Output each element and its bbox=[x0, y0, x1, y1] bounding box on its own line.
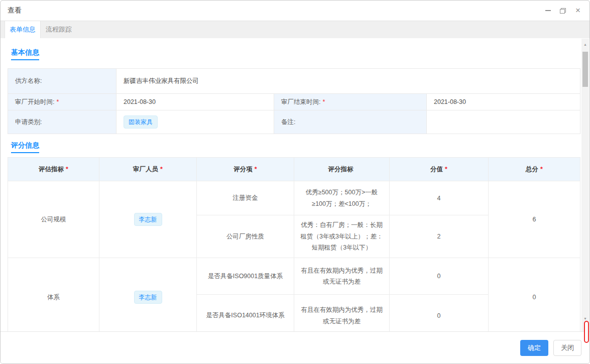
scoring-table: 评估指标* 审厂人员* 评分项* 评分指标 分值* 总分* 公司规模 李志新 注… bbox=[8, 157, 580, 331]
audit-end-value: 2021-08-30 bbox=[427, 94, 580, 110]
dialog-title: 查看 bbox=[8, 6, 22, 15]
table-row: 体系 李志新 是否具备ISO9001质量体系 有且在有效期内为优秀，过期或无证书… bbox=[8, 258, 580, 295]
basic-info-form: 供方名称: 新疆吉丰伟业家具有限公司 审厂开始时间:* 2021-08-30 审… bbox=[8, 68, 580, 134]
supplier-value: 新疆吉丰伟业家具有限公司 bbox=[116, 69, 580, 94]
basic-info-section-title: 基本信息 bbox=[11, 48, 39, 60]
header-score: 分值* bbox=[390, 158, 489, 181]
cell-score: 0 bbox=[390, 295, 489, 332]
form-row-audit-dates: 审厂开始时间:* 2021-08-30 审厂结束时间:* 2021-08-30 bbox=[8, 94, 580, 110]
category-value-cell: 固装家具 bbox=[116, 110, 274, 134]
dialog-titlebar: 查看 × bbox=[1, 1, 589, 21]
remark-label: 备注: bbox=[274, 110, 427, 134]
cell-score-item: 是否具备ISO14001环境体系 bbox=[197, 295, 294, 332]
header-criteria: 评分指标 bbox=[294, 158, 390, 181]
view-dialog: 查看 × 表单信息 流程跟踪 基本信息 供方名称: 新疆吉丰伟业家具有限公司 bbox=[0, 0, 590, 364]
close-button[interactable]: 关闭 bbox=[553, 340, 581, 356]
header-indicator: 评估指标* bbox=[8, 158, 99, 181]
dialog-content: 基本信息 供方名称: 新疆吉丰伟业家具有限公司 审厂开始时间:* 2021-08… bbox=[1, 38, 589, 331]
minimize-icon[interactable] bbox=[544, 7, 551, 14]
restore-icon[interactable] bbox=[559, 7, 566, 14]
audit-start-value: 2021-08-30 bbox=[116, 94, 274, 110]
window-controls: × bbox=[544, 7, 581, 14]
auditor-tag: 李志新 bbox=[134, 213, 162, 226]
cell-score-item: 是否具备ISO9001质量体系 bbox=[197, 258, 294, 295]
cell-total: 6 bbox=[489, 181, 580, 258]
tab-bar: 表单信息 流程跟踪 bbox=[1, 21, 589, 38]
scroll-indicator[interactable] bbox=[584, 321, 589, 343]
scroll-down-icon[interactable]: ▼ bbox=[581, 317, 589, 320]
cell-score-item: 注册资金 bbox=[197, 181, 294, 215]
scrollbar-thumb[interactable] bbox=[582, 52, 588, 87]
category-tag: 固装家具 bbox=[124, 115, 158, 129]
vertical-scrollbar[interactable]: ▲ ▼ bbox=[581, 39, 589, 331]
scroll-up-icon[interactable]: ▲ bbox=[581, 43, 589, 46]
audit-end-label: 审厂结束时间:* bbox=[274, 94, 427, 110]
scoring-header-row: 评估指标* 审厂人员* 评分项* 评分指标 分值* 总分* bbox=[8, 158, 580, 181]
category-label: 申请类别: bbox=[8, 110, 116, 134]
cell-score: 2 bbox=[390, 215, 489, 258]
scoring-section-title: 评分信息 bbox=[11, 141, 39, 153]
dialog-footer: 确定 关闭 bbox=[1, 331, 589, 363]
cell-indicator: 体系 bbox=[8, 258, 99, 332]
header-score-item: 评分项* bbox=[197, 158, 294, 181]
auditor-tag: 李志新 bbox=[134, 291, 162, 304]
cell-criteria: 优秀：自有厂房；一般：长期租赁（3年或3年以上）；差：短期租赁（3年以下） bbox=[294, 215, 390, 258]
header-auditor: 审厂人员* bbox=[99, 158, 197, 181]
tab-form-info[interactable]: 表单信息 bbox=[5, 21, 41, 38]
cell-criteria: 有且在有效期内为优秀，过期或无证书为差 bbox=[294, 258, 390, 295]
cell-auditor: 李志新 bbox=[99, 258, 197, 332]
form-row-supplier: 供方名称: 新疆吉丰伟业家具有限公司 bbox=[8, 69, 580, 94]
cell-score: 4 bbox=[390, 181, 489, 215]
audit-start-label: 审厂开始时间:* bbox=[8, 94, 116, 110]
cell-total: 0 bbox=[489, 258, 580, 332]
form-row-category-remark: 申请类别: 固装家具 备注: bbox=[8, 110, 580, 134]
supplier-label: 供方名称: bbox=[8, 69, 116, 94]
header-total: 总分* bbox=[489, 158, 580, 181]
cell-score-item: 公司厂房性质 bbox=[197, 215, 294, 258]
cell-criteria: 优秀≥500万；500万>一般≥100万；差<100万； bbox=[294, 181, 390, 215]
cell-score: 0 bbox=[390, 258, 489, 295]
close-icon[interactable]: × bbox=[574, 7, 581, 14]
cell-indicator: 公司规模 bbox=[8, 181, 99, 258]
confirm-button[interactable]: 确定 bbox=[520, 340, 548, 356]
remark-value bbox=[427, 110, 580, 134]
cell-auditor: 李志新 bbox=[99, 181, 197, 258]
tab-process-tracking[interactable]: 流程跟踪 bbox=[41, 21, 77, 38]
cell-criteria: 有且在有效期内为优秀，过期或无证书为差 bbox=[294, 295, 390, 332]
table-row: 公司规模 李志新 注册资金 优秀≥500万；500万>一般≥100万；差<100… bbox=[8, 181, 580, 215]
